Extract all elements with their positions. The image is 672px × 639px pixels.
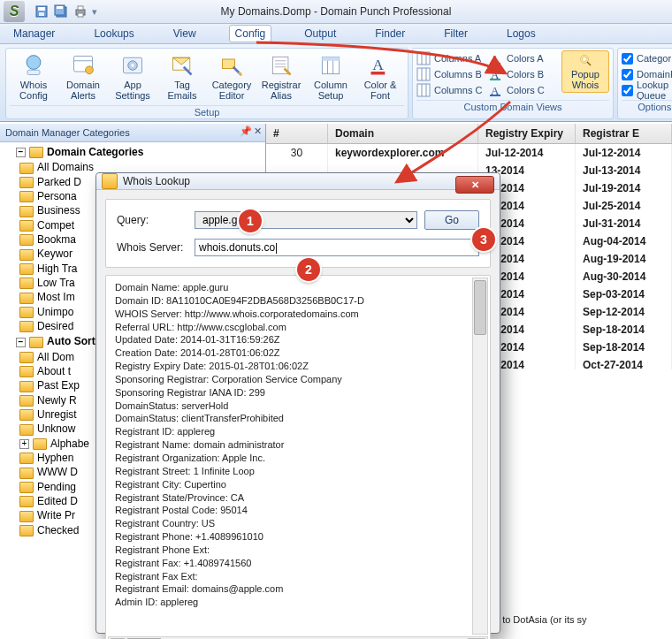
save-all-icon[interactable] — [51, 2, 71, 21]
group-label-setup: Setup — [10, 105, 404, 118]
whois-server-input[interactable] — [195, 239, 479, 256]
grid-header: # Domain Registry Expiry Registrar E — [266, 124, 672, 144]
colors-b-button[interactable]: AColors B — [489, 66, 560, 82]
col-registrar-expiry[interactable]: Registrar E — [576, 124, 672, 143]
svg-rect-7 — [78, 6, 83, 10]
whois-title: Whois Lookup — [123, 175, 190, 187]
titlebar: S ▾ My Domains.Domp - Domain Punch Profe… — [0, 0, 672, 24]
callout-1: 1 — [239, 209, 262, 232]
horizontal-scrollbar[interactable] — [108, 636, 488, 639]
table-row[interactable]: 30keywordexplorer.comJul-12-2014Jul-12-2… — [266, 144, 672, 162]
menu-logos[interactable]: Logos — [500, 25, 542, 42]
menu-manager[interactable]: Manager — [7, 25, 61, 42]
whois-config-button[interactable]: Whois Config — [10, 50, 57, 103]
callout-2: 2 — [297, 258, 320, 281]
save-icon[interactable] — [32, 2, 51, 21]
server-label: Whois Server: — [117, 241, 187, 254]
columns-b-button[interactable]: Columns B — [416, 66, 487, 82]
menu-config[interactable]: Config — [229, 25, 272, 42]
pin-icon[interactable]: 📌 — [240, 126, 252, 137]
colors-a-button[interactable]: AColors A — [489, 50, 560, 66]
query-input[interactable]: apple.guru — [195, 211, 417, 229]
colors-c-button[interactable]: AColors C — [489, 82, 560, 98]
menu-finder[interactable]: Finder — [369, 25, 411, 42]
opt-categories-label: Categories — [637, 53, 672, 64]
whois-title-icon — [102, 173, 118, 189]
svg-text:A: A — [372, 56, 384, 73]
menu-view[interactable]: View — [167, 25, 202, 42]
whois-query-panel: Query: apple.guru Go Whois Server: — [105, 199, 491, 268]
go-button[interactable]: Go — [424, 210, 479, 230]
tree-header-domain-categories[interactable]: −Domain Categories — [5, 144, 263, 160]
opt-domainpad-label: DomainPad — [637, 69, 672, 80]
popup-whois-button[interactable]: Popup Whois — [561, 50, 609, 93]
close-button[interactable]: ✕ — [455, 176, 494, 194]
app-logo: S — [4, 1, 25, 22]
domain-alerts-button[interactable]: Domain Alerts — [59, 50, 107, 103]
tag-emails-button[interactable]: Tag Emails — [158, 50, 206, 103]
whois-result[interactable]: Domain Name: apple.guru Domain ID: 8A110… — [105, 275, 491, 639]
svg-rect-10 — [27, 70, 40, 74]
svg-rect-32 — [417, 68, 430, 80]
svg-rect-39 — [490, 63, 500, 65]
group-label-options: Options — [622, 100, 672, 112]
col-domain[interactable]: Domain — [328, 124, 478, 143]
svg-rect-26 — [322, 57, 339, 60]
close-panel-icon[interactable]: ✕ — [254, 126, 262, 137]
window-title: My Domains.Domp - Domain Punch Professio… — [0, 5, 672, 18]
menu-lookups[interactable]: Lookups — [88, 25, 140, 42]
vertical-scrollbar[interactable] — [472, 278, 488, 635]
quick-access-toolbar: ▾ — [32, 2, 99, 21]
col-num[interactable]: # — [266, 124, 328, 143]
whois-popup: Whois Lookup ✕ Query: apple.guru Go Whoi… — [95, 172, 500, 634]
svg-rect-29 — [417, 52, 430, 65]
opt-domainpad-check[interactable] — [622, 69, 633, 80]
svg-rect-41 — [490, 79, 500, 80]
print-icon[interactable] — [71, 2, 90, 21]
registrar-alias-button[interactable]: Registrar Alias — [257, 50, 305, 103]
columns-c-button[interactable]: Columns C — [416, 82, 487, 98]
opt-categories-check[interactable] — [622, 53, 633, 65]
menu-output[interactable]: Output — [298, 25, 342, 42]
whois-titlebar[interactable]: Whois Lookup ✕ — [96, 173, 500, 190]
columns-a-button[interactable]: Columns A — [416, 50, 487, 66]
ribbon: Whois Config Domain Alerts App Settings … — [0, 44, 672, 122]
opt-lookupqueue-label: Lookup Queue — [637, 80, 672, 101]
svg-rect-18 — [223, 59, 235, 69]
svg-rect-28 — [371, 72, 386, 75]
svg-rect-8 — [78, 13, 83, 17]
svg-rect-5 — [57, 6, 63, 9]
category-editor-button[interactable]: Category Editor — [208, 50, 256, 103]
svg-rect-35 — [417, 84, 430, 96]
sidebar-header: Domain Manager Categories 📌✕ — [0, 124, 265, 142]
callout-3: 3 — [472, 228, 495, 251]
menu-filter[interactable]: Filter — [438, 25, 474, 42]
svg-rect-43 — [490, 95, 500, 96]
svg-point-16 — [131, 64, 134, 67]
opt-lookupqueue-check[interactable] — [622, 85, 633, 96]
query-label: Query: — [117, 214, 187, 226]
svg-point-9 — [27, 56, 41, 70]
svg-point-13 — [86, 66, 94, 74]
qat-overflow-icon[interactable]: ▾ — [90, 6, 99, 18]
svg-line-46 — [587, 62, 591, 65]
app-settings-button[interactable]: App Settings — [109, 50, 157, 103]
color-font-button[interactable]: A Color & Font — [356, 50, 404, 103]
col-registry-expiry[interactable]: Registry Expiry — [478, 124, 576, 143]
main-menu: Manager Lookups View Config Output Finde… — [0, 24, 672, 44]
column-setup-button[interactable]: Column Setup — [307, 50, 355, 103]
group-label-views: Custom Domain Views — [416, 100, 609, 112]
whois-result-text: Domain Name: apple.guru Domain ID: 8A110… — [115, 282, 364, 607]
svg-point-45 — [583, 57, 587, 62]
svg-rect-1 — [38, 7, 45, 11]
svg-rect-2 — [39, 12, 44, 16]
